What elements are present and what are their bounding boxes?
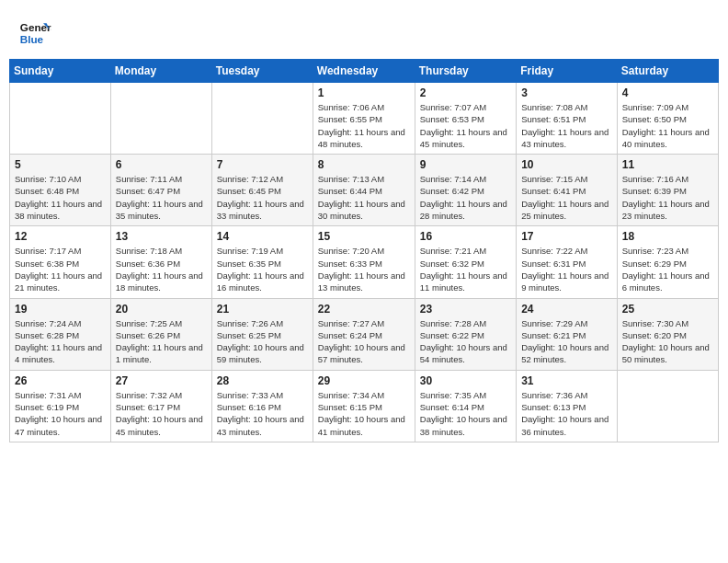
day-info: Sunrise: 7:28 AM Sunset: 6:22 PM Dayligh…	[420, 317, 511, 366]
day-number: 17	[521, 230, 612, 243]
day-info: Sunrise: 7:08 AM Sunset: 6:51 PM Dayligh…	[521, 101, 612, 150]
page-header: General Blue	[9, 9, 719, 53]
day-info: Sunrise: 7:32 AM Sunset: 6:17 PM Dayligh…	[116, 389, 207, 438]
day-number: 11	[622, 158, 713, 171]
svg-text:Blue: Blue	[20, 33, 44, 45]
day-number: 31	[521, 374, 612, 387]
day-number: 1	[318, 86, 410, 99]
day-number: 25	[622, 303, 713, 316]
calendar-cell: 20Sunrise: 7:25 AM Sunset: 6:26 PM Dayli…	[110, 298, 211, 370]
calendar-cell: 15Sunrise: 7:20 AM Sunset: 6:33 PM Dayli…	[313, 226, 415, 298]
calendar-cell: 10Sunrise: 7:15 AM Sunset: 6:41 PM Dayli…	[517, 155, 618, 226]
calendar-cell: 18Sunrise: 7:23 AM Sunset: 6:29 PM Dayli…	[617, 226, 718, 298]
calendar-cell: 17Sunrise: 7:22 AM Sunset: 6:31 PM Dayli…	[517, 226, 618, 298]
calendar-cell	[10, 83, 111, 155]
day-header-wednesday: Wednesday	[313, 60, 415, 83]
calendar-cell: 6Sunrise: 7:11 AM Sunset: 6:47 PM Daylig…	[110, 155, 211, 226]
day-info: Sunrise: 7:12 AM Sunset: 6:45 PM Dayligh…	[217, 173, 308, 222]
day-info: Sunrise: 7:25 AM Sunset: 6:26 PM Dayligh…	[116, 317, 207, 366]
day-number: 23	[420, 303, 511, 316]
day-header-friday: Friday	[517, 60, 618, 83]
day-info: Sunrise: 7:17 AM Sunset: 6:38 PM Dayligh…	[15, 245, 106, 293]
calendar-cell: 31Sunrise: 7:36 AM Sunset: 6:13 PM Dayli…	[517, 370, 618, 442]
calendar-cell: 30Sunrise: 7:35 AM Sunset: 6:14 PM Dayli…	[415, 370, 516, 442]
day-info: Sunrise: 7:21 AM Sunset: 6:32 PM Dayligh…	[420, 245, 511, 293]
week-row-1: 5Sunrise: 7:10 AM Sunset: 6:48 PM Daylig…	[10, 155, 719, 226]
day-info: Sunrise: 7:19 AM Sunset: 6:35 PM Dayligh…	[217, 245, 308, 293]
calendar-cell: 16Sunrise: 7:21 AM Sunset: 6:32 PM Dayli…	[415, 226, 516, 298]
logo: General Blue	[18, 17, 51, 50]
day-number: 27	[116, 374, 207, 387]
day-number: 2	[420, 86, 511, 99]
calendar-cell: 8Sunrise: 7:13 AM Sunset: 6:44 PM Daylig…	[313, 155, 415, 226]
calendar-cell: 14Sunrise: 7:19 AM Sunset: 6:35 PM Dayli…	[211, 226, 313, 298]
day-info: Sunrise: 7:26 AM Sunset: 6:25 PM Dayligh…	[217, 317, 308, 366]
day-header-sunday: Sunday	[10, 60, 111, 83]
day-info: Sunrise: 7:13 AM Sunset: 6:44 PM Dayligh…	[318, 173, 410, 222]
day-number: 8	[318, 158, 410, 171]
calendar-cell: 26Sunrise: 7:31 AM Sunset: 6:19 PM Dayli…	[10, 370, 111, 442]
header-row: SundayMondayTuesdayWednesdayThursdayFrid…	[10, 60, 719, 83]
day-header-thursday: Thursday	[415, 60, 516, 83]
calendar-cell: 27Sunrise: 7:32 AM Sunset: 6:17 PM Dayli…	[110, 370, 211, 442]
calendar-cell: 9Sunrise: 7:14 AM Sunset: 6:42 PM Daylig…	[415, 155, 516, 226]
day-info: Sunrise: 7:30 AM Sunset: 6:20 PM Dayligh…	[622, 317, 713, 366]
week-row-3: 19Sunrise: 7:24 AM Sunset: 6:28 PM Dayli…	[10, 298, 719, 370]
day-info: Sunrise: 7:20 AM Sunset: 6:33 PM Dayligh…	[318, 245, 410, 293]
day-number: 26	[15, 374, 106, 387]
calendar-cell: 12Sunrise: 7:17 AM Sunset: 6:38 PM Dayli…	[10, 226, 111, 298]
day-info: Sunrise: 7:16 AM Sunset: 6:39 PM Dayligh…	[622, 173, 713, 222]
calendar-cell: 13Sunrise: 7:18 AM Sunset: 6:36 PM Dayli…	[110, 226, 211, 298]
day-info: Sunrise: 7:11 AM Sunset: 6:47 PM Dayligh…	[116, 173, 207, 222]
calendar-cell: 21Sunrise: 7:26 AM Sunset: 6:25 PM Dayli…	[211, 298, 313, 370]
calendar-cell: 3Sunrise: 7:08 AM Sunset: 6:51 PM Daylig…	[517, 83, 618, 155]
day-info: Sunrise: 7:06 AM Sunset: 6:55 PM Dayligh…	[318, 101, 410, 150]
day-number: 4	[622, 86, 713, 99]
day-info: Sunrise: 7:31 AM Sunset: 6:19 PM Dayligh…	[15, 389, 106, 438]
day-info: Sunrise: 7:33 AM Sunset: 6:16 PM Dayligh…	[217, 389, 308, 438]
calendar-cell: 19Sunrise: 7:24 AM Sunset: 6:28 PM Dayli…	[10, 298, 111, 370]
day-number: 29	[318, 374, 410, 387]
calendar-cell: 4Sunrise: 7:09 AM Sunset: 6:50 PM Daylig…	[617, 83, 718, 155]
day-number: 3	[521, 86, 612, 99]
day-info: Sunrise: 7:36 AM Sunset: 6:13 PM Dayligh…	[521, 389, 612, 438]
day-info: Sunrise: 7:23 AM Sunset: 6:29 PM Dayligh…	[622, 245, 713, 293]
day-info: Sunrise: 7:10 AM Sunset: 6:48 PM Dayligh…	[15, 173, 106, 222]
calendar-cell: 11Sunrise: 7:16 AM Sunset: 6:39 PM Dayli…	[617, 155, 718, 226]
calendar-cell: 28Sunrise: 7:33 AM Sunset: 6:16 PM Dayli…	[211, 370, 313, 442]
day-number: 22	[318, 303, 410, 316]
day-number: 5	[15, 158, 106, 171]
calendar-cell: 2Sunrise: 7:07 AM Sunset: 6:53 PM Daylig…	[415, 83, 516, 155]
week-row-2: 12Sunrise: 7:17 AM Sunset: 6:38 PM Dayli…	[10, 226, 719, 298]
day-info: Sunrise: 7:07 AM Sunset: 6:53 PM Dayligh…	[420, 101, 511, 150]
day-number: 15	[318, 230, 410, 243]
calendar-cell: 22Sunrise: 7:27 AM Sunset: 6:24 PM Dayli…	[313, 298, 415, 370]
day-number: 21	[217, 303, 308, 316]
day-header-saturday: Saturday	[617, 60, 718, 83]
calendar-cell: 7Sunrise: 7:12 AM Sunset: 6:45 PM Daylig…	[211, 155, 313, 226]
day-info: Sunrise: 7:29 AM Sunset: 6:21 PM Dayligh…	[521, 317, 612, 366]
day-info: Sunrise: 7:15 AM Sunset: 6:41 PM Dayligh…	[521, 173, 612, 222]
calendar-cell: 29Sunrise: 7:34 AM Sunset: 6:15 PM Dayli…	[313, 370, 415, 442]
day-number: 14	[217, 230, 308, 243]
logo-icon: General Blue	[18, 17, 51, 50]
day-number: 6	[116, 158, 207, 171]
calendar-cell	[211, 83, 313, 155]
calendar-cell: 24Sunrise: 7:29 AM Sunset: 6:21 PM Dayli…	[517, 298, 618, 370]
day-number: 7	[217, 158, 308, 171]
calendar-table: SundayMondayTuesdayWednesdayThursdayFrid…	[9, 59, 719, 442]
day-info: Sunrise: 7:09 AM Sunset: 6:50 PM Dayligh…	[622, 101, 713, 150]
day-number: 28	[217, 374, 308, 387]
calendar-cell: 23Sunrise: 7:28 AM Sunset: 6:22 PM Dayli…	[415, 298, 516, 370]
day-info: Sunrise: 7:22 AM Sunset: 6:31 PM Dayligh…	[521, 245, 612, 293]
day-info: Sunrise: 7:14 AM Sunset: 6:42 PM Dayligh…	[420, 173, 511, 222]
day-number: 13	[116, 230, 207, 243]
day-header-tuesday: Tuesday	[211, 60, 313, 83]
day-info: Sunrise: 7:27 AM Sunset: 6:24 PM Dayligh…	[318, 317, 410, 366]
day-number: 10	[521, 158, 612, 171]
svg-text:General: General	[20, 21, 51, 33]
day-number: 19	[15, 303, 106, 316]
week-row-4: 26Sunrise: 7:31 AM Sunset: 6:19 PM Dayli…	[10, 370, 719, 442]
calendar-cell: 25Sunrise: 7:30 AM Sunset: 6:20 PM Dayli…	[617, 298, 718, 370]
day-number: 18	[622, 230, 713, 243]
